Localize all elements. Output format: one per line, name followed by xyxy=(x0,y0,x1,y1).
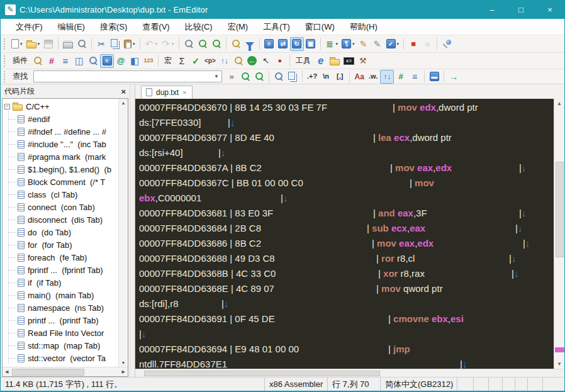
hscroll-thumb[interactable] xyxy=(12,369,84,376)
no-wrap-button[interactable]: ≡ xyxy=(262,37,276,51)
hscroll-thumb[interactable] xyxy=(144,371,380,376)
zoom-button[interactable] xyxy=(182,37,196,51)
snippet-item[interactable]: class (cl Tab) xyxy=(3,188,118,201)
menu-view[interactable]: 查看(V) xyxy=(136,19,176,35)
scroll-up-icon[interactable]: ▲ xyxy=(121,99,126,107)
scroll-down-icon[interactable]: ▼ xyxy=(554,361,564,367)
zoom-in-button[interactable] xyxy=(196,37,210,51)
snippet-item[interactable]: main() (main Tab) xyxy=(3,289,118,301)
snippet-item[interactable]: connect (con Tab) xyxy=(3,201,118,213)
tab-dup-txt[interactable]: dup.txt × xyxy=(141,86,193,99)
tool-cmd-button[interactable]: c:\ xyxy=(342,54,356,68)
collapse-icon[interactable]: − xyxy=(4,104,10,109)
updown-search-button[interactable]: ↑↓ xyxy=(380,70,394,84)
scroll-right-icon[interactable]: ▶ xyxy=(120,369,128,374)
escape-seq-button[interactable]: \n xyxy=(319,70,333,84)
wrap-by-window-button[interactable]: ↻ xyxy=(290,37,304,51)
snippet-item[interactable]: Block Comment (/* T xyxy=(3,176,118,188)
snippet-item[interactable]: Read File Into Vector xyxy=(3,327,118,339)
menu-macro[interactable]: 宏(M) xyxy=(221,19,255,35)
save-button[interactable] xyxy=(42,37,55,51)
print-preview-button[interactable] xyxy=(75,37,89,51)
find-previous-button[interactable] xyxy=(238,70,252,84)
macro-check-button[interactable]: ✓ xyxy=(189,54,203,68)
status-cell-7[interactable] xyxy=(543,378,564,391)
find-input-combo[interactable]: ▼ xyxy=(33,70,222,82)
menu-help[interactable]: 帮助(H) xyxy=(344,19,384,35)
redo-button-dropdown-icon[interactable]: ▾ xyxy=(172,42,174,47)
wrap-by-char-button[interactable]: ⇄ xyxy=(276,37,290,51)
status-cell-6[interactable] xyxy=(528,378,543,391)
scroll-up-icon[interactable]: ▲ xyxy=(554,101,564,106)
regex-button[interactable]: .+? xyxy=(305,70,319,84)
find-input-combo-dropdown-icon[interactable]: ▼ xyxy=(211,74,221,79)
snippet-item[interactable]: for (for Tab) xyxy=(3,238,118,251)
status-cell-2[interactable] xyxy=(474,378,489,391)
macro-select-button[interactable]: ↖ xyxy=(259,54,273,68)
macro-sum-button[interactable]: Σ xyxy=(175,54,189,68)
number-search-button[interactable]: # xyxy=(394,70,408,84)
open-file-button-dropdown-icon[interactable]: ▾ xyxy=(38,42,40,47)
plugin-numbering-button[interactable]: 123 xyxy=(142,54,155,68)
find-input-combo-input[interactable] xyxy=(34,72,211,81)
menu-window[interactable]: 窗口(W) xyxy=(299,19,341,35)
tool-browser-button[interactable]: e xyxy=(314,54,328,68)
cut-button[interactable]: ✂ xyxy=(94,37,108,51)
find-all-button[interactable] xyxy=(272,70,286,84)
outline-button-dropdown-icon[interactable]: ▾ xyxy=(336,42,338,47)
snippet-item[interactable]: #endif xyxy=(3,113,118,125)
status-syntax[interactable]: x86 Assembler xyxy=(265,378,328,391)
match-case-button[interactable]: Aa xyxy=(352,70,366,84)
toolbar-grip[interactable] xyxy=(4,71,6,82)
editor-content[interactable]: 00007FF84DD63670 | 8B 14 25 30 03 FE 7F|… xyxy=(135,99,554,369)
display-marks-button[interactable]: ¶▾ xyxy=(340,37,357,51)
find-next-button[interactable] xyxy=(252,70,266,84)
menu-tools[interactable]: 工具(T) xyxy=(257,19,296,35)
whole-word-button[interactable]: .w. xyxy=(366,70,380,84)
snippets-hscrollbar[interactable]: ◀ ▶ xyxy=(3,367,128,376)
macro-find-button[interactable] xyxy=(232,54,245,68)
find-in-files-button[interactable] xyxy=(229,37,243,51)
outline-button[interactable]: ≣▾ xyxy=(323,37,340,51)
new-document-button[interactable]: ▾ xyxy=(9,37,25,51)
plugin-search-button[interactable] xyxy=(86,54,100,68)
new-document-button-dropdown-icon[interactable]: ▾ xyxy=(20,42,23,47)
plugin-highlight-button[interactable]: ≡ xyxy=(100,54,114,68)
snippet-item[interactable]: printf ... (printf Tab) xyxy=(3,314,118,327)
scroll-left-icon[interactable]: ◀ xyxy=(3,369,11,374)
menu-file[interactable]: 文件(F) xyxy=(9,19,49,35)
vscroll-thumb[interactable] xyxy=(556,162,564,257)
plugin-wordcount-button[interactable]: ≡ xyxy=(59,54,72,68)
insert-snippet-button[interactable]: ✎ xyxy=(357,37,371,51)
char-class-button[interactable]: [,] xyxy=(333,70,347,84)
filter-button[interactable] xyxy=(243,37,257,51)
select-snippet-button[interactable]: ✎ xyxy=(371,37,384,51)
screen-option-button[interactable]: ▬ xyxy=(427,70,441,84)
tab-close-icon[interactable]: × xyxy=(182,89,186,96)
pin-button[interactable] xyxy=(440,37,454,51)
display-marks-button-dropdown-icon[interactable]: ▾ xyxy=(352,42,355,47)
snippet-item[interactable]: #ifndef ... #define ... # xyxy=(3,125,118,138)
snippet-item[interactable]: #pragma mark (mark xyxy=(3,150,118,163)
plugin-compare-button[interactable]: ◫ xyxy=(72,54,86,68)
maximize-button[interactable]: □ xyxy=(506,0,535,19)
menu-edit[interactable]: 编辑(E) xyxy=(52,19,91,35)
find-more-button[interactable]: » xyxy=(225,70,238,84)
snippet-item[interactable]: fprintf ... (fprintf Tab) xyxy=(3,264,118,276)
close-button[interactable]: × xyxy=(535,0,564,19)
snippet-item[interactable]: if (if Tab) xyxy=(3,276,118,289)
snippet-item[interactable]: std::vector (vector Ta xyxy=(3,352,118,364)
list-results-button[interactable]: ≡ xyxy=(408,70,422,84)
editor-area[interactable]: 00007FF84DD63670 | 8B 14 25 30 03 FE 7F|… xyxy=(135,99,564,369)
status-cell-4[interactable] xyxy=(503,378,515,391)
plugin-explorer-button[interactable] xyxy=(31,54,45,68)
snippets-vscrollbar[interactable]: ▲ ▼ xyxy=(118,99,128,367)
snippet-item[interactable]: namespace (ns Tab) xyxy=(3,301,118,314)
undo-button-dropdown-icon[interactable]: ▾ xyxy=(155,42,158,47)
status-cell-1[interactable] xyxy=(457,378,474,391)
validate-button-dropdown-icon[interactable]: ▾ xyxy=(397,42,400,47)
macro-html-button[interactable]: <p> xyxy=(203,54,218,68)
plugin-charmap-button[interactable]: # xyxy=(45,54,59,68)
tool-hammer-button[interactable]: ⚒ xyxy=(356,54,370,68)
copy-results-button[interactable] xyxy=(286,70,299,84)
